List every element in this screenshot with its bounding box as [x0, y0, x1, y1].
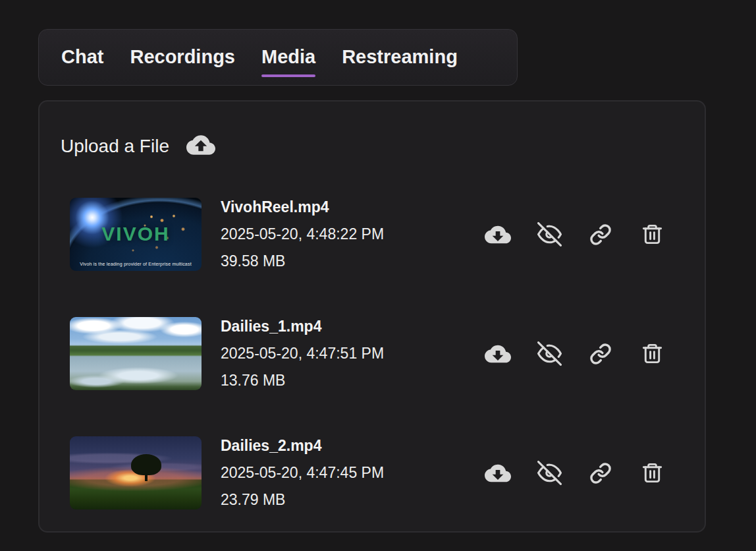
- file-actions: [485, 221, 665, 248]
- trash-icon: [641, 222, 664, 246]
- copy-link-button[interactable]: [587, 341, 614, 367]
- upload-row: Upload a File: [61, 130, 705, 162]
- file-thumbnail-vivohreel[interactable]: VIVOH Vivoh is the leading provider of E…: [70, 198, 202, 271]
- file-name: Dailies_2.mp4: [221, 432, 431, 459]
- file-actions: [485, 341, 665, 367]
- trash-icon: [641, 461, 664, 485]
- vivoh-tagline-text: Vivoh is the leading provider of Enterpr…: [70, 262, 202, 266]
- trash-icon: [641, 341, 664, 366]
- delete-button[interactable]: [639, 460, 665, 486]
- file-thumbnail-dailies-2[interactable]: [70, 436, 202, 509]
- download-button[interactable]: [485, 221, 511, 248]
- tab-bar: Chat Recordings Media Restreaming: [38, 29, 518, 86]
- eye-off-icon: [537, 341, 562, 366]
- download-button[interactable]: [485, 341, 511, 367]
- file-size: 23.79 MB: [221, 486, 431, 513]
- link-icon: [589, 343, 612, 365]
- file-timestamp: 2025-05-20, 4:47:45 PM: [221, 459, 431, 486]
- cloud-download-icon: [485, 460, 511, 486]
- tree-silhouette: [131, 454, 161, 475]
- file-actions: [485, 460, 665, 486]
- cloud-download-icon: [485, 341, 511, 367]
- file-row-vivohreel: VIVOH Vivoh is the leading provider of E…: [70, 194, 665, 275]
- tab-recordings[interactable]: Recordings: [130, 46, 235, 69]
- tab-chat[interactable]: Chat: [61, 46, 103, 69]
- file-thumbnail-dailies-1[interactable]: [70, 317, 202, 390]
- delete-button[interactable]: [639, 341, 665, 367]
- link-icon: [589, 223, 612, 246]
- copy-link-button[interactable]: [587, 460, 614, 486]
- file-row-dailies-1: Dailies_1.mp4 2025-05-20, 4:47:51 PM 13.…: [70, 313, 665, 394]
- eye-off-icon: [537, 222, 562, 246]
- tree-trunk: [145, 473, 148, 481]
- file-timestamp: 2025-05-20, 4:47:51 PM: [221, 340, 431, 367]
- link-icon: [589, 462, 612, 484]
- hide-button[interactable]: [536, 221, 562, 248]
- cloud-upload-icon: [184, 130, 218, 162]
- upload-label: Upload a File: [61, 136, 169, 157]
- file-timestamp: 2025-05-20, 4:48:22 PM: [221, 221, 431, 248]
- file-size: 39.58 MB: [221, 248, 431, 275]
- delete-button[interactable]: [639, 221, 665, 248]
- cloud-download-icon: [485, 221, 511, 248]
- vivoh-logo-text: VIVOH: [101, 222, 169, 245]
- tab-restreaming[interactable]: Restreaming: [342, 46, 458, 69]
- file-info: Dailies_2.mp4 2025-05-20, 4:47:45 PM 23.…: [221, 432, 431, 513]
- eye-off-icon: [537, 461, 562, 485]
- file-name: Dailies_1.mp4: [221, 313, 431, 340]
- file-name: VivohReel.mp4: [221, 194, 431, 221]
- hide-button[interactable]: [536, 460, 562, 486]
- hide-button[interactable]: [536, 341, 562, 367]
- upload-button[interactable]: [184, 130, 218, 162]
- tab-media[interactable]: Media: [261, 46, 315, 69]
- download-button[interactable]: [485, 460, 511, 486]
- media-panel: Upload a File VIVOH Vivoh is the leading…: [38, 100, 706, 533]
- file-list: VIVOH Vivoh is the leading provider of E…: [70, 194, 665, 513]
- copy-link-button[interactable]: [587, 221, 614, 248]
- file-info: Dailies_1.mp4 2025-05-20, 4:47:51 PM 13.…: [221, 313, 431, 394]
- file-row-dailies-2: Dailies_2.mp4 2025-05-20, 4:47:45 PM 23.…: [70, 432, 665, 513]
- file-size: 13.76 MB: [221, 367, 431, 394]
- file-info: VivohReel.mp4 2025-05-20, 4:48:22 PM 39.…: [221, 194, 431, 275]
